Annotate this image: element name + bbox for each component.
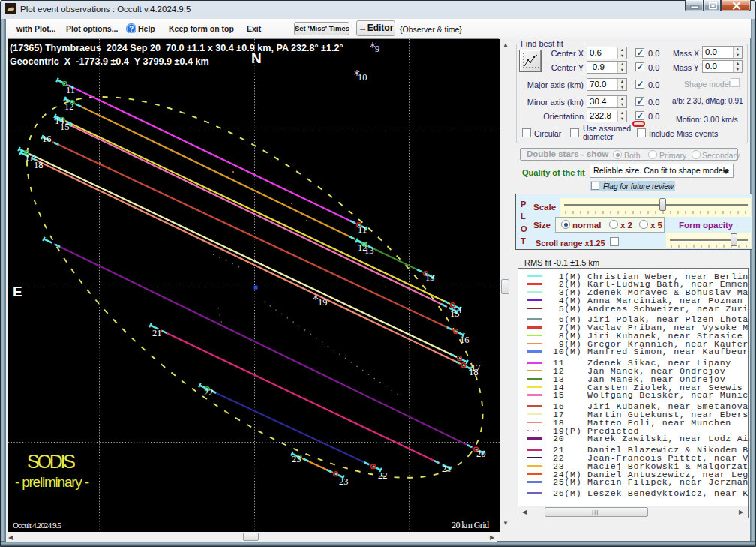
svg-text:18: 18	[34, 160, 44, 170]
svg-text:E: E	[13, 284, 22, 299]
svg-text:20: 20	[476, 449, 486, 459]
svg-text:12: 12	[64, 101, 74, 112]
svg-text:21: 21	[442, 464, 452, 474]
svg-text:18: 18	[469, 367, 478, 377]
svg-text:- preliminary -: - preliminary -	[15, 474, 89, 490]
svg-text:22: 22	[378, 470, 388, 481]
svg-text:22: 22	[204, 387, 214, 398]
svg-text:?: ?	[129, 25, 134, 33]
svg-text:(17365) Thymbraeus 2024 Sep 2: (17365) Thymbraeus 2024 Sep 20 70.0 ±1.1…	[10, 43, 344, 53]
svg-text:19: 19	[318, 297, 328, 308]
svg-text:SODIS: SODIS	[27, 451, 76, 472]
svg-text:13: 13	[425, 272, 435, 283]
svg-text:20 km Grid: 20 km Grid	[452, 520, 489, 530]
svg-text:9: 9	[375, 44, 380, 54]
svg-text:15: 15	[60, 122, 70, 132]
svg-text:11: 11	[358, 224, 367, 235]
svg-text:16: 16	[42, 134, 52, 144]
svg-text:15: 15	[450, 308, 460, 319]
svg-text:Geocentric X -1773.9 ±0.4 Y: Geocentric X -1773.9 ±0.4 Y 3799.9 ±0.4 …	[10, 56, 209, 67]
svg-text:10: 10	[358, 72, 368, 83]
svg-text:N: N	[251, 50, 262, 66]
svg-text:Occult 4.2024.9.5: Occult 4.2024.9.5	[13, 521, 62, 530]
svg-text:17: 17	[25, 152, 34, 163]
svg-text:21: 21	[152, 328, 162, 338]
svg-text:11: 11	[66, 85, 75, 95]
svg-text:23: 23	[339, 476, 349, 487]
svg-text:23: 23	[292, 454, 302, 464]
svg-text:13: 13	[364, 245, 374, 256]
svg-text:16: 16	[460, 335, 470, 345]
